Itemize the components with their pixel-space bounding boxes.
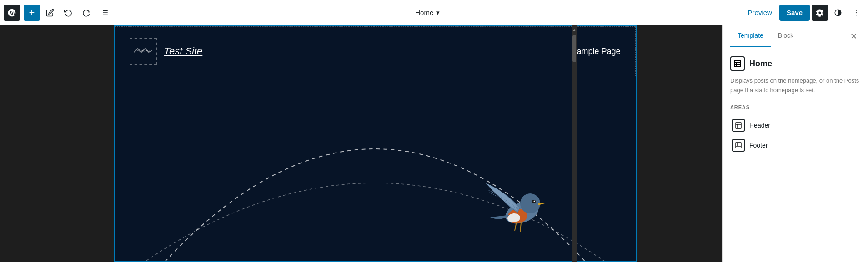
area-item-footer[interactable]: Footer — [730, 135, 861, 155]
bird-image — [481, 167, 563, 240]
template-description: Displays posts on the homepage, or on th… — [730, 76, 861, 95]
area-item-header[interactable]: Header — [730, 115, 861, 135]
svg-rect-22 — [736, 123, 741, 128]
svg-point-8 — [856, 12, 857, 13]
scrollbar[interactable]: ▲ — [572, 25, 577, 262]
wp-logo[interactable] — [4, 5, 20, 21]
canvas-hero — [115, 76, 636, 262]
svg-point-9 — [856, 15, 857, 15]
template-icon — [730, 56, 745, 71]
add-block-button[interactable]: + — [24, 5, 40, 21]
panel-close-button[interactable]: ✕ — [846, 29, 861, 44]
footer-area-icon — [732, 139, 745, 152]
site-logo — [130, 38, 157, 65]
main-area: ▲ Test Site Sample Page — [0, 25, 868, 262]
preview-button[interactable]: Preview — [743, 5, 778, 21]
canvas-area: ▲ Test Site Sample Page — [0, 25, 722, 262]
template-header: Home — [730, 56, 861, 71]
svg-point-13 — [520, 193, 540, 213]
more-options-button[interactable] — [848, 5, 864, 21]
header-area-label: Header — [749, 122, 770, 129]
contrast-button[interactable] — [830, 5, 846, 21]
edit-button[interactable] — [42, 5, 58, 21]
template-title: Home — [749, 59, 772, 69]
header-layout-icon — [735, 122, 742, 129]
tab-block[interactable]: Block — [771, 25, 801, 47]
layout-icon — [733, 59, 742, 68]
footer-layout-icon — [735, 142, 742, 149]
svg-line-17 — [520, 222, 521, 232]
page-title-text: Home — [415, 9, 433, 16]
scroll-up-arrow[interactable]: ▲ — [571, 26, 577, 33]
panel-tabs: Template Block ✕ — [723, 25, 868, 47]
svg-point-7 — [856, 10, 857, 10]
bird-svg — [481, 167, 563, 240]
toolbar-right: Preview Save — [743, 5, 864, 21]
toolbar-center: Home ▾ — [115, 5, 741, 20]
toolbar: + Home ▾ Preview — [0, 0, 868, 25]
tab-template[interactable]: Template — [730, 25, 771, 47]
areas-label: AREAS — [730, 104, 861, 110]
site-title: Test Site — [164, 45, 203, 57]
svg-rect-25 — [736, 143, 741, 148]
redo-button[interactable] — [78, 5, 95, 21]
save-button[interactable]: Save — [779, 5, 810, 21]
page-title-button[interactable]: Home ▾ — [410, 5, 445, 20]
canvas-site-header: Test Site Sample Page — [115, 26, 636, 76]
panel-content: Home Displays posts on the homepage, or … — [723, 47, 868, 262]
settings-button[interactable] — [812, 5, 828, 21]
footer-area-label: Footer — [749, 142, 768, 149]
list-view-button[interactable] — [96, 5, 113, 21]
header-area-icon — [732, 119, 745, 132]
chevron-down-icon: ▾ — [436, 9, 440, 17]
svg-rect-18 — [734, 60, 741, 67]
site-nav: Sample Page — [571, 47, 620, 56]
svg-point-15 — [533, 201, 535, 202]
scrollbar-thumb[interactable] — [572, 35, 576, 62]
right-panel: Template Block ✕ Home Displays posts — [722, 25, 868, 262]
undo-button[interactable] — [60, 5, 76, 21]
page-canvas: Test Site Sample Page — [114, 25, 637, 262]
